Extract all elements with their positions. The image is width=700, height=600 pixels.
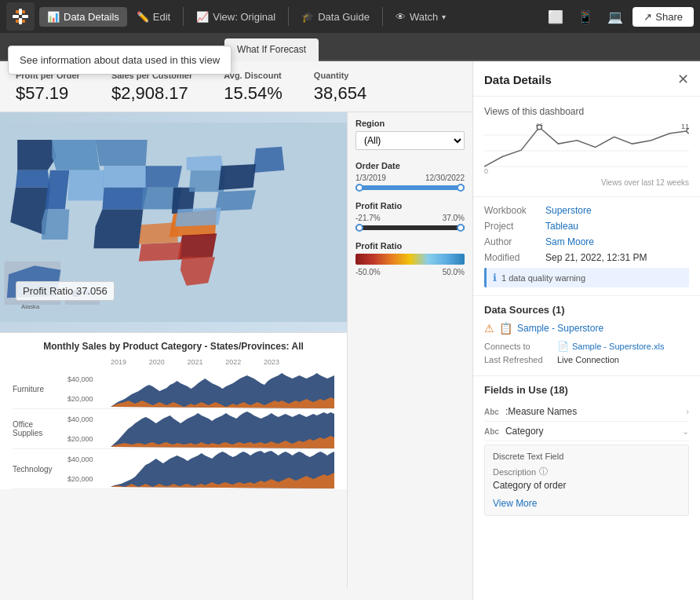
guide-icon: 🎓 [301, 11, 314, 23]
toolbar-divider-2 [288, 7, 289, 26]
kpi-row: Profit per Order $57.19 Sales per Custom… [0, 61, 472, 112]
tab-monthly-sales[interactable]: Monthly Sales... [71, 38, 162, 60]
close-panel-button[interactable]: ✕ [677, 71, 689, 88]
meta-author: Author Sam Moore [484, 236, 689, 247]
workbook-link[interactable]: Superstore [545, 205, 592, 216]
svg-marker-17 [102, 166, 147, 188]
edit-button[interactable]: ✏️ Edit [129, 7, 178, 27]
svg-marker-14 [67, 170, 104, 201]
svg-marker-20 [146, 166, 182, 188]
profit-ratio-display: Profit Ratio 37.056 [16, 281, 115, 301]
watch-button[interactable]: 👁 Watch ▾ [388, 7, 454, 27]
order-date-slider[interactable] [355, 185, 465, 190]
tab-forecast[interactable]: Forecast [162, 38, 224, 60]
data-details-icon: 📊 [47, 11, 60, 23]
info-icon: ℹ [493, 272, 497, 284]
svg-marker-10 [16, 170, 50, 188]
watch-dropdown-icon: ▾ [442, 13, 446, 21]
kpi-sales-per-customer: Sales per Customer $2,908.17 [111, 71, 192, 104]
warning-banner[interactable]: ℹ 1 data quality warning [484, 268, 689, 287]
chart-year-2022: 2022 [225, 358, 241, 366]
svg-marker-18 [102, 188, 147, 210]
panel-header: Data Details ✕ [473, 61, 700, 97]
edit-icon: ✏️ [137, 11, 149, 23]
source-name-link[interactable]: Sample - Superstore [517, 323, 603, 334]
metadata-section: Workbook Superstore Project Tableau Auth… [473, 197, 700, 296]
connects-to-link[interactable]: 📄 Sample - Superstore.xls [557, 341, 664, 352]
views-chart: 12 11 0 [484, 123, 689, 178]
svg-marker-16 [96, 140, 148, 166]
region-filter: Region (All) East West Central South [355, 119, 465, 150]
svg-rect-6 [22, 10, 25, 13]
meta-modified: Modified Sep 21, 2022, 12:31 PM [484, 252, 689, 263]
svg-rect-7 [22, 20, 25, 23]
field-item-measure-names[interactable]: Abc :Measure Names › [484, 402, 689, 422]
svg-marker-15 [42, 209, 69, 240]
main-layout: Profit per Order $57.19 Sales per Custom… [0, 61, 700, 600]
xls-file-icon: 📄 [557, 341, 569, 352]
file-db-icon: 📋 [499, 322, 512, 335]
kpi-avg-discount: Avg. Discount 15.54% [224, 71, 283, 104]
chart-year-2023: 2023 [264, 358, 279, 366]
svg-marker-29 [178, 233, 217, 259]
region-select[interactable]: (All) East West Central South [355, 131, 465, 150]
last-refreshed-row: Last Refreshed Live Connection [484, 355, 689, 364]
data-details-button[interactable]: 📊 Data Details [39, 7, 127, 27]
chart-icon: 📈 [196, 11, 209, 23]
svg-marker-9 [17, 140, 57, 170]
toolbar-right: ⬜ 📱 💻 ↗ Share [543, 6, 694, 27]
device-icon-1[interactable]: ⬜ [543, 6, 568, 27]
svg-marker-13 [52, 140, 100, 170]
bottom-chart: Monthly Sales by Product Category - Stat… [0, 332, 347, 489]
tab-what-if-forecast[interactable]: What If Forecast [224, 38, 319, 60]
tab-bar: Overview Monthly Sales... Forecast What … [0, 33, 700, 61]
chevron-down-icon: ⌄ [682, 426, 689, 437]
svg-marker-26 [218, 164, 256, 190]
chart-rows: Furniture $40,000 $20,000 [13, 369, 334, 489]
svg-marker-33 [175, 207, 221, 226]
device-icon-3[interactable]: 💻 [603, 6, 628, 27]
share-button[interactable]: ↗ Share [633, 7, 694, 27]
toolbar-divider-1 [183, 7, 184, 26]
order-date-filter: Order Date 1/3/2019 12/30/2022 [355, 161, 465, 190]
svg-text:12: 12 [535, 123, 543, 127]
svg-marker-27 [215, 190, 256, 211]
chart-row-technology: Technology $40,000 $20,000 [13, 449, 334, 489]
author-link[interactable]: Sam Moore [545, 236, 594, 247]
svg-marker-19 [93, 209, 143, 248]
share-icon: ↗ [643, 11, 652, 23]
svg-rect-0 [19, 9, 22, 15]
view-more-button[interactable]: View More [493, 498, 537, 509]
filters-panel: Region (All) East West Central South Ord… [347, 112, 472, 588]
fields-section: Fields in Use (18) Abc :Measure Names › … [473, 376, 700, 524]
data-sources-section: Data Sources (1) ⚠ 📋 Sample - Superstore… [473, 296, 700, 376]
field-item-category[interactable]: Abc Category ⌄ [484, 422, 689, 441]
svg-marker-32 [139, 222, 178, 244]
project-link[interactable]: Tableau [545, 221, 578, 232]
warning-source-icon: ⚠ [484, 322, 494, 335]
chevron-right-icon: › [686, 407, 689, 416]
chart-year-2019: 2019 [111, 358, 126, 366]
svg-rect-3 [22, 15, 28, 18]
svg-rect-5 [16, 20, 19, 23]
chart-row-furniture: Furniture $40,000 $20,000 [13, 369, 334, 409]
color-legend [355, 254, 465, 265]
dashboard-area: Alaska Profit Ratio 37.056 Monthly Sales… [0, 112, 472, 588]
profit-ratio-slider[interactable] [355, 225, 465, 230]
chart-year-2020: 2020 [149, 358, 165, 366]
device-icon-2[interactable]: 📱 [573, 6, 598, 27]
tab-overview[interactable]: Overview [6, 38, 71, 60]
left-content: Profit per Order $57.19 Sales per Custom… [0, 61, 472, 600]
data-guide-button[interactable]: 🎓 Data Guide [293, 7, 377, 27]
right-panel: Data Details ✕ Views of this dashboard [472, 61, 700, 600]
svg-marker-31 [139, 242, 182, 261]
svg-text:Alaska: Alaska [21, 304, 40, 311]
svg-rect-1 [19, 18, 22, 24]
eye-icon: 👁 [396, 11, 406, 23]
toolbar: 📊 Data Details ✏️ Edit 📈 View: Original … [0, 0, 700, 33]
field-detail-box: Discrete Text Field Description ⓘ Catego… [484, 445, 689, 516]
svg-rect-2 [13, 15, 19, 18]
views-section: Views of this dashboard 12 11 [473, 97, 700, 197]
view-original-button[interactable]: 📈 View: Original [188, 7, 283, 27]
last-refreshed-value: Live Connection [557, 355, 619, 364]
